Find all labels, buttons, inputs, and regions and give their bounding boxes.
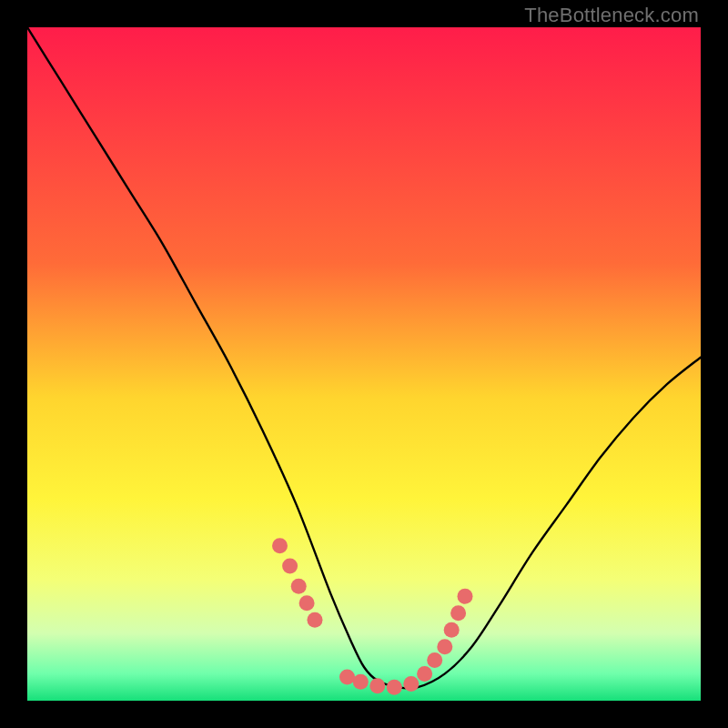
watermark-text: TheBottleneck.com — [524, 4, 699, 27]
gradient-background — [27, 27, 701, 701]
highlight-dot — [282, 559, 298, 574]
bottleneck-chart — [27, 27, 701, 701]
highlight-dot — [299, 595, 315, 611]
highlight-dot — [272, 538, 288, 553]
highlight-dot — [369, 678, 385, 693]
highlight-dot — [387, 680, 402, 695]
highlight-dot — [417, 666, 432, 682]
highlight-dot — [307, 612, 322, 628]
highlight-dot — [458, 589, 473, 604]
highlight-dot — [437, 639, 452, 654]
highlight-dot — [450, 605, 466, 621]
chart-frame — [27, 27, 701, 701]
highlight-dot — [427, 652, 442, 668]
highlight-dot — [339, 670, 355, 685]
highlight-dot — [444, 622, 460, 638]
highlight-dot — [403, 676, 419, 692]
highlight-dot — [291, 579, 307, 594]
highlight-dot — [353, 674, 369, 690]
